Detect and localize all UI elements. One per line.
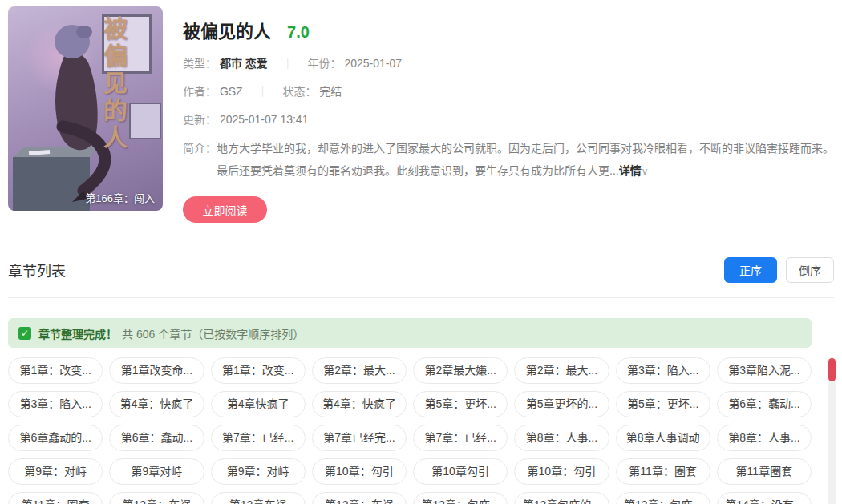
chapter-pill[interactable]: 第5章：更坏...: [413, 391, 508, 417]
chapter-list-title: 章节列表: [8, 260, 66, 280]
status-label: 状态：: [282, 85, 316, 98]
chapter-pill[interactable]: 第6章蠢动的...: [8, 425, 103, 451]
chapter-pill[interactable]: 第6章：蠢动...: [717, 391, 812, 417]
chapter-pill[interactable]: 第8章：人事...: [717, 425, 812, 451]
comic-title: 被偏见的人: [183, 17, 271, 42]
sort-ascending-button[interactable]: 正序: [724, 257, 777, 283]
cover-illustration: [8, 6, 163, 211]
sort-buttons: 正序 倒序: [724, 257, 834, 283]
rating-value: 7.0: [287, 23, 310, 42]
chapter-scrollbar-track[interactable]: [828, 357, 836, 504]
chapter-pill[interactable]: 第5章更坏的...: [514, 391, 609, 417]
chapter-pill[interactable]: 第11章：圈套: [616, 458, 710, 485]
chapter-pill[interactable]: 第2章：最大...: [312, 357, 407, 384]
meta-line-update: 更新： 2025-01-07 13:41: [183, 111, 842, 127]
detail-link-label: 详情: [619, 164, 642, 177]
notice-detail-text: 共 606 个章节（已按数字顺序排列）: [122, 325, 304, 341]
chapter-pill[interactable]: 第11章：圈套: [8, 492, 103, 504]
chapter-pill[interactable]: 第13章：包庇...: [413, 492, 508, 504]
intro-block: 简介： 地方大学毕业的我，却意外的进入了国家最大的公司就职。因为走后门，公司同事…: [183, 137, 842, 183]
author-value: GSZ: [220, 85, 243, 98]
chapter-pill[interactable]: 第4章快疯了: [211, 391, 306, 417]
chapter-pill[interactable]: 第2章最大嫌...: [413, 357, 508, 384]
comic-details: 被偏见的人 7.0 类型： 都市 恋爱 ｜ 年份： 2025-01-07 作者：…: [183, 6, 842, 223]
type-value: 都市 恋爱: [220, 57, 268, 70]
comic-info-section: 被偏见的人 第166章：闯入 被偏见的人 7.0 类型： 都市 恋爱 ｜ 年份：…: [0, 0, 842, 223]
sort-descending-button[interactable]: 倒序: [786, 257, 834, 283]
status-value: 完结: [319, 85, 342, 98]
title-row: 被偏见的人 7.0: [183, 17, 842, 42]
chapter-pill[interactable]: 第10章：勾引: [312, 458, 407, 485]
intro-label: 简介：: [183, 137, 217, 183]
chapter-pill[interactable]: 第3章：陷入...: [8, 391, 103, 417]
chapter-pill[interactable]: 第7章：已经...: [211, 425, 306, 451]
chapter-scrollbar-thumb[interactable]: [828, 358, 836, 381]
chapter-pill[interactable]: 第7章：已经...: [413, 425, 508, 451]
chapter-pill[interactable]: 第10章：勾引: [514, 458, 609, 485]
type-label: 类型：: [183, 57, 217, 70]
chapter-list-body: ✓ 章节整理完成！ 共 606 个章节（已按数字顺序排列） 第1章：改变... …: [8, 318, 834, 504]
chapter-pill[interactable]: 第9章：对峙: [8, 458, 103, 485]
detail-expand-link[interactable]: 详情∨: [619, 164, 649, 177]
cover-vertical-title: 被偏见的人: [95, 16, 131, 152]
chapter-pill[interactable]: 第13章包庇的...: [514, 492, 609, 504]
chapter-pill[interactable]: 第1章：改变...: [211, 357, 306, 384]
chapter-pill[interactable]: 第9章对峙: [109, 458, 204, 485]
notice-bold-text: 章节整理完成！: [38, 325, 117, 341]
chapter-list-header: 章节列表 正序 倒序: [0, 257, 842, 283]
chapter-pill[interactable]: 第10章勾引: [413, 458, 508, 485]
chapter-pill[interactable]: 第5章：更坏...: [616, 391, 710, 417]
chevron-down-icon: ∨: [642, 166, 649, 177]
chapter-pill[interactable]: 第2章：最大...: [514, 357, 609, 384]
cover-image[interactable]: 被偏见的人 第166章：闯入: [8, 6, 163, 211]
chapter-pill[interactable]: 第6章：蠢动...: [109, 425, 204, 451]
chapter-pill[interactable]: 第4章：快疯了: [109, 391, 204, 417]
chapters-ready-notice: ✓ 章节整理完成！ 共 606 个章节（已按数字顺序排列）: [8, 318, 812, 348]
section-divider: [8, 297, 834, 298]
check-icon: ✓: [18, 327, 31, 340]
page: 被偏见的人 第166章：闯入 被偏见的人 7.0 类型： 都市 恋爱 ｜ 年份：…: [0, 0, 842, 504]
chapter-pill[interactable]: 第14章：没有...: [717, 492, 812, 504]
chapter-pill[interactable]: 第8章：人事...: [514, 425, 609, 451]
chapter-pill[interactable]: 第3章：陷入...: [616, 357, 710, 384]
chapter-pill[interactable]: 第12章：车祸: [312, 492, 407, 504]
chapter-pill[interactable]: 第8章人事调动: [616, 425, 710, 451]
chapter-pill[interactable]: 第4章：快疯了: [312, 391, 407, 417]
chapter-pill[interactable]: 第12章车祸: [211, 492, 306, 504]
year-label: 年份：: [308, 57, 342, 70]
chapter-pill[interactable]: 第3章陷入泥...: [717, 357, 812, 384]
cover-latest-chapter-caption: 第166章：闯入: [85, 190, 155, 205]
chapter-pill[interactable]: 第1章改变命...: [109, 357, 204, 384]
chapter-grid: 第1章：改变... 第1章改变命... 第1章：改变... 第2章：最大... …: [8, 357, 812, 504]
update-value: 2025-01-07 13:41: [220, 113, 309, 126]
chapter-pill[interactable]: 第9章：对峙: [211, 458, 306, 485]
author-label: 作者：: [183, 85, 217, 98]
update-label: 更新：: [183, 113, 217, 126]
chapter-pill[interactable]: 第13章：包庇...: [616, 492, 710, 504]
intro-text: 地方大学毕业的我，却意外的进入了国家最大的公司就职。因为走后门，公司同事对我冷眼…: [217, 137, 842, 183]
year-value: 2025-01-07: [344, 57, 402, 70]
intro-text-body: 地方大学毕业的我，却意外的进入了国家最大的公司就职。因为走后门，公司同事对我冷眼…: [217, 142, 834, 177]
meta-line-author-status: 作者： GSZ ｜ 状态： 完结: [183, 83, 842, 99]
read-now-button[interactable]: 立即阅读: [183, 196, 267, 223]
chapter-pill[interactable]: 第12章：车祸: [109, 492, 204, 504]
chapter-pill[interactable]: 第7章已经完...: [312, 425, 407, 451]
meta-line-type-year: 类型： 都市 恋爱 ｜ 年份： 2025-01-07: [183, 54, 842, 71]
meta-separator: ｜: [257, 85, 269, 98]
chapter-pill[interactable]: 第1章：改变...: [8, 357, 103, 384]
chapter-pill[interactable]: 第11章圈套: [717, 458, 812, 485]
meta-separator: ｜: [282, 57, 293, 70]
